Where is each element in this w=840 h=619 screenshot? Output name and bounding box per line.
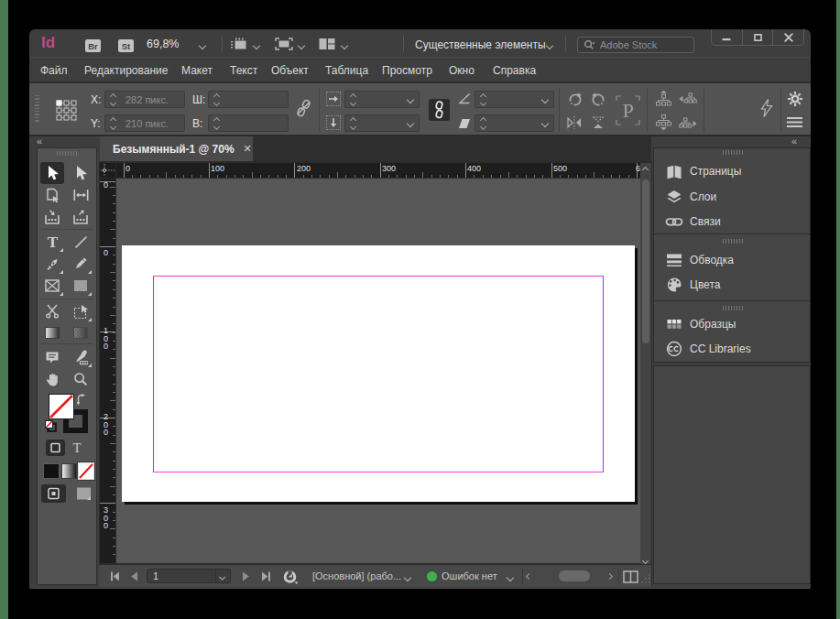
- rotate-cw-button[interactable]: [567, 92, 584, 108]
- y-stepper[interactable]: [105, 115, 120, 131]
- menu-layout[interactable]: Макет: [181, 64, 213, 77]
- screen-mode-chevron-icon[interactable]: [299, 43, 304, 49]
- ruler-origin-corner[interactable]: [100, 163, 115, 178]
- toolbar-collapse-icon[interactable]: «: [37, 137, 41, 145]
- vertical-ruler[interactable]: 0 0 100 200 300: [100, 179, 115, 563]
- workspace-switcher[interactable]: Существенные элементы: [415, 38, 546, 51]
- flow-horizontal-icon[interactable]: [326, 92, 341, 106]
- tool-gradient-swatch[interactable]: [40, 321, 64, 343]
- document-page[interactable]: [122, 245, 635, 502]
- tool-pen[interactable]: [40, 253, 64, 275]
- tool-color-theme[interactable]: [69, 346, 93, 368]
- fill-swatch[interactable]: [49, 394, 74, 419]
- combo-row1-field[interactable]: [344, 91, 420, 108]
- dock-grip-icon[interactable]: [723, 239, 743, 244]
- tool-gradient-feather[interactable]: [69, 321, 93, 343]
- flip-horizontal-button[interactable]: [566, 115, 583, 130]
- constrain-proportions-broken-icon[interactable]: [295, 99, 312, 117]
- tab-close-icon[interactable]: ✕: [244, 143, 252, 155]
- last-page-button[interactable]: [261, 571, 271, 581]
- horizontal-scrollbar-thumb[interactable]: [559, 570, 590, 581]
- flip-vertical-button[interactable]: [590, 115, 606, 130]
- combo-row2-field[interactable]: [344, 114, 420, 132]
- tool-selection[interactable]: [40, 162, 64, 184]
- screen-mode-normal-button[interactable]: [76, 486, 92, 501]
- panel-button-colors[interactable]: Цвета: [654, 272, 810, 297]
- preflight-chevron-icon[interactable]: [507, 575, 513, 581]
- dock-collapse-icon[interactable]: «: [791, 137, 796, 145]
- tool-zoom[interactable]: [69, 368, 93, 390]
- tool-frame[interactable]: [40, 275, 64, 297]
- scroll-right-icon[interactable]: [607, 574, 612, 579]
- first-page-button[interactable]: [110, 571, 120, 581]
- rotation-chevron-icon[interactable]: [542, 97, 548, 103]
- select-container-button[interactable]: [655, 90, 672, 107]
- zoom-dropdown-chevron-icon[interactable]: [200, 43, 205, 49]
- arrange-documents-icon[interactable]: [318, 38, 336, 50]
- gear-icon[interactable]: [788, 92, 802, 106]
- document-tab[interactable]: Безымянный-1 @ 70% ✕: [100, 136, 253, 161]
- tool-content-collector[interactable]: [40, 206, 64, 228]
- panel-button-links[interactable]: Связи: [654, 209, 810, 233]
- reference-point-proxy[interactable]: [56, 100, 77, 121]
- tool-type[interactable]: T: [40, 231, 64, 253]
- stock-button[interactable]: St: [118, 39, 134, 52]
- menu-view[interactable]: Просмотр: [382, 64, 432, 77]
- rotation-angle-field[interactable]: [475, 91, 554, 108]
- master-page-indicator[interactable]: [Основной] (рабо...: [312, 570, 401, 581]
- select-previous-button[interactable]: [679, 92, 697, 105]
- previous-page-button[interactable]: [130, 571, 138, 581]
- width-stepper[interactable]: [209, 92, 224, 107]
- scroll-left-icon[interactable]: [527, 574, 531, 579]
- preflight-menu-icon[interactable]: [283, 570, 299, 585]
- zoom-level-value[interactable]: 69,8%: [147, 38, 179, 50]
- tool-pencil[interactable]: [69, 253, 93, 275]
- view-options-chevron-icon[interactable]: [254, 43, 259, 49]
- tool-free-transform[interactable]: [69, 300, 93, 322]
- width-field[interactable]: [208, 91, 289, 108]
- panel-button-stroke[interactable]: Обводка: [654, 247, 810, 272]
- tool-line[interactable]: [69, 231, 93, 253]
- menu-window[interactable]: Окно: [449, 64, 475, 77]
- default-fill-stroke-icon[interactable]: [45, 420, 57, 432]
- tool-hand[interactable]: [40, 368, 64, 390]
- panel-button-pages[interactable]: Страницы: [654, 158, 810, 183]
- link-scale-toggle[interactable]: [429, 99, 450, 121]
- resize-grip-icon[interactable]: [641, 574, 651, 584]
- spread-view-button[interactable]: [623, 570, 638, 583]
- page-number-field[interactable]: 1: [147, 569, 231, 583]
- panel-grip-icon[interactable]: [35, 95, 39, 124]
- tool-rectangle[interactable]: [69, 275, 93, 297]
- menu-type[interactable]: Текст: [230, 64, 257, 77]
- tool-direct-selection[interactable]: [69, 162, 93, 184]
- shear-stepper[interactable]: [475, 115, 490, 131]
- bridge-button[interactable]: Br: [85, 39, 101, 52]
- toolbar-grip-icon[interactable]: [57, 151, 77, 156]
- quick-apply-button[interactable]: [760, 99, 773, 117]
- x-position-field[interactable]: 282 пикс.: [104, 91, 185, 108]
- height-field[interactable]: [208, 114, 289, 132]
- shear-angle-field[interactable]: [475, 114, 554, 132]
- vertical-scrollbar[interactable]: [640, 163, 651, 569]
- page-list-chevron-icon[interactable]: [220, 575, 224, 580]
- menu-help[interactable]: Справка: [493, 64, 536, 77]
- apply-color-button[interactable]: [43, 463, 60, 479]
- view-options-icon[interactable]: [230, 38, 248, 50]
- tool-content-placer[interactable]: [69, 206, 93, 228]
- combo-row2-chevron-icon[interactable]: [408, 121, 413, 126]
- vertical-scrollbar-thumb[interactable]: [642, 179, 649, 343]
- panel-menu-icon[interactable]: [787, 117, 802, 128]
- flow-vertical-icon[interactable]: [326, 115, 341, 130]
- close-button[interactable]: [772, 29, 803, 45]
- search-input[interactable]: Adobe Stock: [577, 37, 694, 53]
- tool-gap[interactable]: [69, 184, 93, 206]
- apply-none-button[interactable]: [78, 462, 94, 480]
- rotate-ccw-button[interactable]: [590, 92, 606, 108]
- tool-scissors[interactable]: [40, 300, 64, 322]
- height-stepper[interactable]: [209, 115, 224, 131]
- x-stepper[interactable]: [105, 92, 120, 107]
- apply-gradient-button[interactable]: [61, 463, 77, 479]
- screen-mode-icon[interactable]: [275, 38, 293, 50]
- formatting-affects-container-button[interactable]: [46, 440, 65, 456]
- preflight-status-text[interactable]: Ошибок нет: [442, 570, 497, 581]
